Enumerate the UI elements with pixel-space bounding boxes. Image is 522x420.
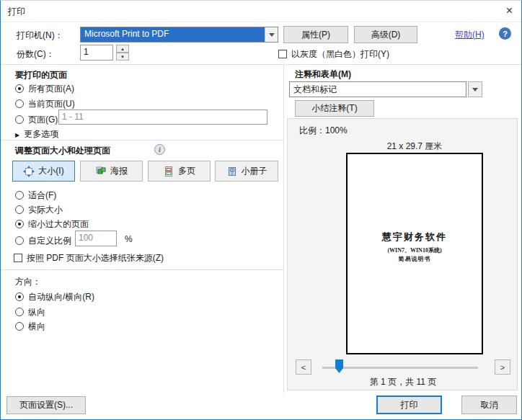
radio-current-page[interactable]: 当前页面(U) [15,98,75,110]
paper-source-checkbox[interactable] [14,254,22,262]
summarize-comments-button[interactable]: 小结注释(T) [295,100,374,117]
radio-icon[interactable] [15,308,24,316]
radio-custom-scale[interactable]: 自定义比例： [15,235,80,247]
multiple-pages-button[interactable]: 多页 [148,161,211,182]
section-divider [1,140,283,140]
booklet-button-label: 小册子 [242,165,267,177]
next-page-button[interactable]: > [495,359,510,375]
close-icon[interactable]: × [506,4,513,17]
help-link[interactable]: 帮助(H) [455,29,485,41]
printer-selected-value: Microsoft Print to PDF [81,27,265,42]
size-button[interactable]: 大小(I) [12,161,75,182]
comments-select[interactable]: 文档和标记 [289,81,466,97]
spin-down-icon[interactable]: ▼ [116,53,129,61]
preview-doc-title: 慧宇财务软件 [348,231,482,243]
spin-up-icon[interactable]: ▲ [116,45,129,53]
custom-scale-input[interactable]: 100 [75,231,117,246]
column-divider [283,64,284,393]
percent-label: % [125,234,133,244]
booklet-button[interactable]: 小册子 [215,161,278,182]
radio-landscape[interactable]: 横向 [15,321,45,333]
sizing-section-title: 调整页面大小和处理页面 [15,145,110,157]
printer-label: 打印机(N)： [17,30,63,42]
radio-icon[interactable] [15,191,24,200]
paper-source-option[interactable]: 按照 PDF 页面大小选择纸张来源(Z) [14,252,164,264]
page-status: 第 1 页，共 11 页 [288,376,518,388]
radio-page-range[interactable]: 页面(G) [15,114,58,126]
radio-icon[interactable] [15,115,24,124]
more-options-label: 更多选项 [24,129,58,139]
radio-label: 所有页面(A) [28,84,74,94]
info-icon[interactable]: i [154,144,165,155]
paper-source-label: 按照 PDF 页面大小选择纸张来源(Z) [27,253,164,263]
radio-icon[interactable] [15,322,24,331]
poster-icon [95,166,107,177]
preview-page: 慧宇财务软件 (WIN7、WIN10系统) 简易说明书 [346,153,483,354]
grayscale-checkbox[interactable] [278,50,287,58]
chevron-down-icon[interactable] [265,27,278,42]
radio-icon[interactable] [15,84,24,93]
more-options-toggle[interactable]: ▶更多选项 [15,128,58,140]
radio-auto-orientation[interactable]: 自动纵向/横向(R) [15,291,94,303]
properties-button[interactable]: 属性(P) [283,26,348,43]
page-range-input[interactable]: 1 - 11 [58,110,267,125]
section-divider [1,64,522,65]
pages-section-title: 要打印的页面 [15,69,67,81]
cancel-button[interactable]: 取消 [461,396,517,414]
radio-actual-size[interactable]: 实际大小 [15,204,63,216]
poster-button-label: 海报 [110,165,128,177]
radio-label: 实际大小 [28,205,63,215]
radio-icon[interactable] [15,220,24,228]
grayscale-option[interactable]: 以灰度（黑白色）打印(Y) [278,48,389,61]
comments-section-title: 注释和表单(M) [295,68,351,81]
radio-label: 缩小过大的页面 [28,219,89,229]
radio-shrink-oversized[interactable]: 缩小过大的页面 [15,218,89,231]
radio-label: 纵向 [28,307,45,317]
radio-fit[interactable]: 适合(F) [15,189,56,202]
radio-label: 当前页面(U) [28,99,75,109]
window-title: 打印 [8,6,25,18]
grayscale-label: 以灰度（黑白色）打印(Y) [291,49,389,59]
multiple-pages-icon [163,166,174,177]
orientation-title: 方向： [15,276,41,288]
scale-readout: 比例：100% [299,125,348,137]
copies-label: 份数(C)： [17,48,55,61]
page-setup-button[interactable]: 页面设置(S)... [6,396,86,414]
print-dialog: 打印 × 打印机(N)： Microsoft Print to PDF 属性(P… [0,0,522,420]
printer-select[interactable]: Microsoft Print to PDF [80,27,278,43]
more-arrow-icon[interactable]: ▶ [15,132,19,138]
copies-stepper[interactable]: ▲ ▼ [116,45,129,61]
radio-icon[interactable] [15,236,24,245]
comments-selected-value: 文档和标记 [290,82,466,97]
booklet-icon [226,166,238,177]
help-icon[interactable]: ? [499,27,511,40]
preview-panel: 比例：100% 21 x 29.7 厘米 慧宇财务软件 (WIN7、WIN10系… [287,118,518,390]
radio-label: 页面(G) [28,115,58,125]
section-divider [1,269,283,270]
size-icon [23,166,35,177]
preview-doc-subtitle1: (WIN7、WIN10系统) [348,246,482,254]
radio-icon[interactable] [15,292,24,301]
radio-label: 适合(F) [28,190,56,200]
advanced-button[interactable]: 高级(D) [354,26,417,43]
previous-page-button[interactable]: < [296,359,311,375]
radio-label: 自定义比例： [28,236,80,246]
comments-chevron-down-icon[interactable] [468,81,482,97]
print-button[interactable]: 打印 [376,396,442,414]
radio-label: 自动纵向/横向(R) [28,292,94,302]
paper-size-readout: 21 x 29.7 厘米 [346,140,483,153]
radio-icon[interactable] [15,205,24,214]
size-button-label: 大小(I) [38,165,63,177]
page-slider-track[interactable] [322,367,478,369]
copies-input[interactable]: 1 [80,45,113,61]
radio-label: 横向 [28,321,45,331]
titlebar-divider [1,22,522,22]
preview-doc-subtitle2: 简易说明书 [348,255,482,263]
poster-button[interactable]: 海报 [80,161,143,182]
page-slider-thumb[interactable] [335,359,343,373]
radio-all-pages[interactable]: 所有页面(A) [15,83,74,95]
multiple-pages-button-label: 多页 [178,165,195,177]
radio-icon[interactable] [15,99,24,108]
radio-portrait[interactable]: 纵向 [15,306,45,318]
